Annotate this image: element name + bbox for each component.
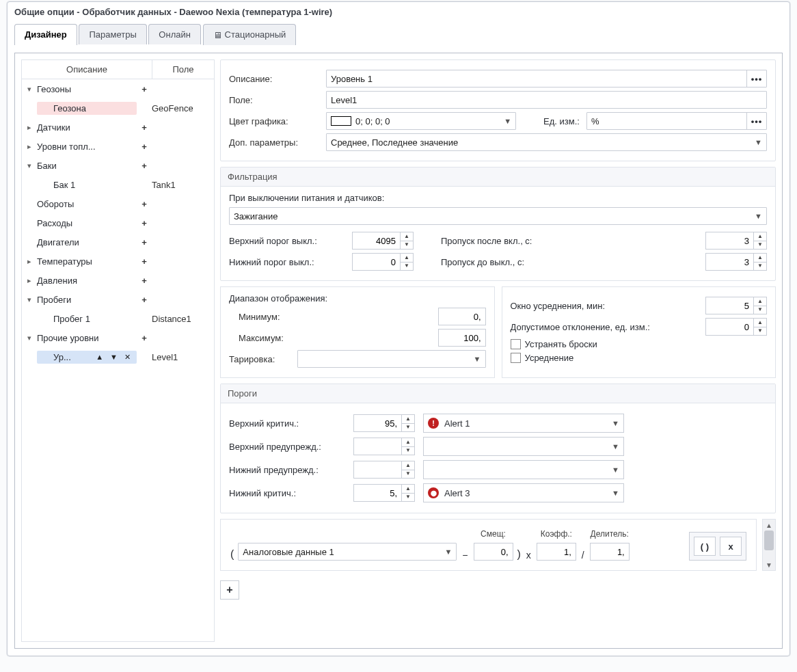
expand-arrow-icon[interactable]: ▾ xyxy=(25,295,34,304)
select-alert-upper-crit[interactable]: Alert 1▼ xyxy=(423,414,624,433)
add-item-icon[interactable]: + xyxy=(139,142,149,152)
spin-up-icon[interactable]: ▲ xyxy=(402,415,414,424)
spin-down-icon[interactable]: ▼ xyxy=(754,263,766,271)
add-item-icon[interactable]: + xyxy=(139,275,149,286)
scrollbar[interactable]: ▲ ▼ xyxy=(762,519,776,571)
spinner-upper-crit[interactable]: ▲▼ xyxy=(353,414,415,432)
add-item-icon[interactable]: + xyxy=(139,295,149,305)
tree-row[interactable]: Пробег 1Distance1 xyxy=(22,309,214,328)
spinner-upper-off[interactable]: ▲▼ xyxy=(352,232,414,250)
spin-up-icon[interactable]: ▲ xyxy=(402,461,414,470)
scroll-down-icon[interactable]: ▼ xyxy=(763,559,775,570)
tree-row[interactable]: ▸Температуры+ xyxy=(22,252,214,271)
input-max[interactable] xyxy=(438,329,486,347)
select-source[interactable]: Аналоговые данные 1 ▼ xyxy=(238,543,457,561)
spin-up-icon[interactable]: ▲ xyxy=(754,319,766,327)
input-description-field[interactable] xyxy=(326,70,767,88)
spin-up-icon[interactable]: ▲ xyxy=(754,254,766,263)
spinner-tolerance[interactable]: ▲▼ xyxy=(705,318,767,336)
select-color[interactable]: 0; 0; 0; 0 ▼ xyxy=(326,112,516,130)
add-item-icon[interactable]: + xyxy=(139,84,149,94)
spin-up-icon[interactable]: ▲ xyxy=(402,485,414,494)
tree-row[interactable]: ▾Геозоны+ xyxy=(22,79,214,98)
add-item-icon[interactable]: + xyxy=(139,333,149,343)
paren-button[interactable]: ( ) xyxy=(694,537,716,556)
tree-row[interactable]: Ур...▲▼✕Level1 xyxy=(22,347,214,366)
spin-down-icon[interactable]: ▼ xyxy=(754,306,766,314)
spinner-lower-warn[interactable]: ▲▼ xyxy=(353,461,415,479)
delete-icon[interactable]: ✕ xyxy=(122,353,133,362)
checkbox-remove-spikes[interactable]: Устранять броски xyxy=(511,339,597,349)
tab-designer[interactable]: Дизайнер xyxy=(14,24,77,45)
ellipsis-icon[interactable]: ••• xyxy=(746,70,766,87)
tree-row[interactable]: Бак 1Tank1 xyxy=(22,175,214,194)
checkbox-averaging[interactable]: Усреднение xyxy=(511,353,574,363)
expand-arrow-icon[interactable]: ▸ xyxy=(25,276,34,285)
add-item-icon[interactable]: + xyxy=(139,122,149,133)
spinner-skip-before[interactable]: ▲▼ xyxy=(705,253,767,271)
spin-down-icon[interactable]: ▼ xyxy=(754,241,766,250)
spin-down-icon[interactable]: ▼ xyxy=(402,470,414,479)
spinner-avg-window[interactable]: ▲▼ xyxy=(705,297,767,314)
input-field[interactable] xyxy=(326,91,767,109)
add-button[interactable]: + xyxy=(220,580,239,600)
add-item-icon[interactable]: + xyxy=(139,161,149,171)
tab-online[interactable]: Онлайн xyxy=(148,24,201,44)
expand-arrow-icon[interactable]: ▸ xyxy=(25,142,34,151)
spinner-lower-crit[interactable]: ▲▼ xyxy=(353,484,415,502)
spin-down-icon[interactable]: ▼ xyxy=(402,494,414,502)
input-min[interactable] xyxy=(438,308,486,325)
expand-arrow-icon[interactable]: ▸ xyxy=(25,257,34,266)
tree-row[interactable]: ▾Прочие уровни+ xyxy=(22,328,214,347)
scroll-thumb[interactable] xyxy=(764,530,774,550)
tree-row[interactable]: ▾Пробеги+ xyxy=(22,290,214,309)
select-tare[interactable]: ▼ xyxy=(297,350,486,368)
input-description[interactable]: ••• xyxy=(326,70,767,88)
input-unit-field[interactable] xyxy=(586,112,767,130)
ellipsis-icon[interactable]: ••• xyxy=(746,113,766,129)
move-down-icon[interactable]: ▼ xyxy=(108,353,120,361)
tree-row[interactable]: ▸Давления+ xyxy=(22,271,214,290)
tree-row[interactable]: ▸Уровни топл...+ xyxy=(22,137,214,156)
expand-arrow-icon[interactable]: ▾ xyxy=(25,161,34,170)
spin-down-icon[interactable]: ▼ xyxy=(754,327,766,336)
spin-up-icon[interactable]: ▲ xyxy=(402,438,414,447)
spin-down-icon[interactable]: ▼ xyxy=(402,447,414,455)
expand-arrow-icon[interactable]: ▸ xyxy=(25,123,34,132)
input-unit[interactable]: ••• xyxy=(586,112,767,130)
spinner-lower-off[interactable]: ▲▼ xyxy=(352,253,414,271)
tree-row[interactable]: Расходы+ xyxy=(22,213,214,232)
spinner-skip-after[interactable]: ▲▼ xyxy=(705,232,767,250)
add-item-icon[interactable]: + xyxy=(139,237,149,247)
tree-row[interactable]: ▾Баки+ xyxy=(22,156,214,175)
input-coef[interactable] xyxy=(537,543,576,561)
spin-up-icon[interactable]: ▲ xyxy=(401,232,413,241)
move-up-icon[interactable]: ▲ xyxy=(94,353,105,361)
select-alert-lower-warn[interactable]: ▼ xyxy=(423,460,624,479)
select-alert-upper-warn[interactable]: ▼ xyxy=(423,437,624,456)
spinner-upper-warn[interactable]: ▲▼ xyxy=(353,438,415,455)
spin-up-icon[interactable]: ▲ xyxy=(754,232,766,241)
select-extra[interactable]: Среднее, Последнее значение ▼ xyxy=(326,133,767,151)
x-button[interactable]: x xyxy=(720,537,742,556)
tree-row[interactable]: ГеозонаGeoFence xyxy=(22,98,214,118)
tree-row[interactable]: Обороты+ xyxy=(22,194,214,213)
tree-row[interactable]: Двигатели+ xyxy=(22,232,214,252)
spin-down-icon[interactable]: ▼ xyxy=(401,241,413,250)
add-item-icon[interactable]: + xyxy=(139,218,149,228)
input-divisor[interactable] xyxy=(590,543,630,561)
tab-parameters[interactable]: Параметры xyxy=(79,24,146,44)
spin-down-icon[interactable]: ▼ xyxy=(402,424,414,432)
spin-up-icon[interactable]: ▲ xyxy=(401,254,413,263)
scroll-up-icon[interactable]: ▲ xyxy=(763,520,775,530)
tree-row[interactable]: ▸Датчики+ xyxy=(22,118,214,137)
select-alert-lower-crit[interactable]: Alert 3▼ xyxy=(423,483,624,502)
spin-up-icon[interactable]: ▲ xyxy=(754,297,766,306)
add-item-icon[interactable]: + xyxy=(139,199,149,209)
tree-col-description[interactable]: Описание xyxy=(22,60,152,79)
tab-stationary[interactable]: 🖥Стационарный xyxy=(203,24,297,45)
add-item-icon[interactable]: + xyxy=(139,256,149,267)
select-power[interactable]: Зажигание ▼ xyxy=(229,207,767,225)
expand-arrow-icon[interactable]: ▾ xyxy=(25,85,34,94)
tree-col-field[interactable]: Поле xyxy=(152,60,214,79)
